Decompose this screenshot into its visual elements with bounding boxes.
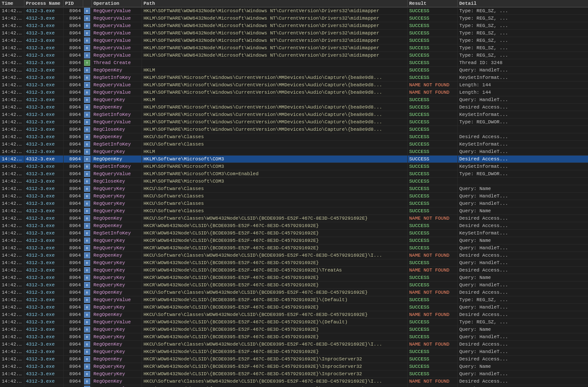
cell-time: 14:42... <box>0 104 24 111</box>
cell-process: 4312-3.exe <box>24 81 63 89</box>
table-row[interactable]: 14:42...4312-3.exe8964RRegSetInfoKeyHKLM… <box>0 74 588 81</box>
table-row[interactable]: 14:42...4312-3.exe8964RRegOpenKeyHKCU\So… <box>0 252 588 259</box>
cell-process: 4312-3.exe <box>24 156 63 163</box>
table-row[interactable]: 14:42...4312-3.exe8964RRegOpenKeyHKCU\So… <box>0 378 588 385</box>
table-row[interactable]: 14:42...4312-3.exe8964RRegOpenKeyHKCU\So… <box>0 341 588 348</box>
table-row[interactable]: 14:42...4312-3.exe8964RRegOpenKeyHKLMSUC… <box>0 67 588 74</box>
cell-time: 14:42... <box>0 193 24 200</box>
table-row[interactable]: 14:42...4312-3.exe8964RRegQueryKeyHKCR\W… <box>0 304 588 311</box>
cell-detail: Desired Access... <box>457 252 588 259</box>
table-row[interactable]: 14:42...4312-3.exe8964RRegQueryValueHKLM… <box>0 7 588 15</box>
col-header-detail[interactable]: Detail <box>457 0 588 7</box>
cell-time: 14:42... <box>0 296 24 304</box>
table-row[interactable]: 14:42...4312-3.exe8964RRegQueryKeyHKCR\W… <box>0 267 588 274</box>
table-row[interactable]: 14:42...4312-3.exe8964RRegSetInfoKeyHKCU… <box>0 141 588 148</box>
table-wrapper[interactable]: Time Process Name PID Operation Path Res… <box>0 0 588 387</box>
cell-pid: 8964 <box>63 356 83 363</box>
cell-time: 14:42... <box>0 67 24 74</box>
table-row[interactable]: 14:42...4312-3.exe8964RRegSetInfoKeyHKCR… <box>0 230 588 237</box>
cell-pid: 8964 <box>63 289 83 296</box>
table-row[interactable]: 14:42...4312-3.exe8964RRegQueryKeyHKCU\S… <box>0 200 588 207</box>
table-row[interactable]: 14:42...4312-3.exe8964RRegQueryKeyHKCU\S… <box>0 185 588 193</box>
table-row[interactable]: 14:42...4312-3.exe8964RRegQueryKeyHKCR\W… <box>0 237 588 244</box>
registry-icon: R <box>84 341 90 347</box>
table-row[interactable]: 14:42...4312-3.exe8964RRegOpenKeyHKCU\So… <box>0 311 588 319</box>
table-row[interactable]: 14:42...4312-3.exe8964RRegQueryValueHKLM… <box>0 81 588 89</box>
table-row[interactable]: 14:42...4312-3.exe8964RRegQueryValueHKCR… <box>0 319 588 326</box>
cell-operation: RegQueryKey <box>91 304 142 311</box>
table-row[interactable]: 14:42...4312-3.exe8964RRegQueryKeyHKCR\W… <box>0 348 588 356</box>
table-row[interactable]: 14:42...4312-3.exe8964RRegQueryKeyHKCU\S… <box>0 207 588 215</box>
col-header-pid[interactable]: PID <box>63 0 83 7</box>
table-row[interactable]: 14:42...4312-3.exe8964RRegCloseKeyHKLM\S… <box>0 178 588 185</box>
cell-detail: Desired Access... <box>457 311 588 319</box>
table-row[interactable]: 14:42...4312-3.exe8964RRegSetInfoKeyHKLM… <box>0 111 588 119</box>
table-row[interactable]: 14:42...4312-3.exe8964RRegOpenKeyHKCU\So… <box>0 215 588 222</box>
table-row[interactable]: 14:42...4312-3.exe8964RRegQueryKeyHKCR\W… <box>0 259 588 267</box>
cell-icon: R <box>83 141 91 148</box>
table-row[interactable]: 14:42...4312-3.exe8964RRegQueryKeyHKLMSU… <box>0 148 588 156</box>
cell-detail: KeySetInformat... <box>457 111 588 119</box>
cell-time: 14:42... <box>0 237 24 244</box>
registry-icon: R <box>84 186 90 192</box>
table-row[interactable]: 14:42...4312-3.exe8964RRegQueryValueHKLM… <box>0 89 588 96</box>
table-row[interactable]: 14:42...4312-3.exe8964RRegQueryValueHKLM… <box>0 52 588 59</box>
cell-pid: 8964 <box>63 207 83 215</box>
cell-path: HKCU\Software\Classes <box>142 141 407 148</box>
table-row[interactable]: 14:42...4312-3.exe8964RRegOpenKeyHKCR\WO… <box>0 356 588 363</box>
table-row[interactable]: 14:42...4312-3.exe8964RRegQueryKeyHKCR\W… <box>0 363 588 370</box>
cell-icon: R <box>83 319 91 326</box>
table-row[interactable]: 14:42...4312-3.exe8964RRegQueryValueHKLM… <box>0 119 588 126</box>
col-header-process[interactable]: Process Name <box>24 0 63 7</box>
table-row[interactable]: 14:42...4312-3.exe8964RRegQueryValueHKLM… <box>0 170 588 178</box>
cell-result: NAME NOT FOUND <box>407 215 457 222</box>
table-row[interactable]: 14:42...4312-3.exe8964RRegQueryValueHKLM… <box>0 30 588 37</box>
table-row[interactable]: 14:42...4312-3.exe8964RRegCloseKeyHKLM\S… <box>0 126 588 133</box>
table-row[interactable]: 14:42...4312-3.exe8964RRegQueryKeyHKCR\W… <box>0 370 588 378</box>
cell-operation: RegSetInfoKey <box>91 111 142 119</box>
cell-detail: Query: HandleT... <box>457 148 588 156</box>
cell-pid: 8964 <box>63 348 83 356</box>
table-row[interactable]: 14:42...4312-3.exe8964RRegQueryKeyHKCU\S… <box>0 193 588 200</box>
table-row[interactable]: 14:42...4312-3.exe8964RRegQueryKeyHKCR\W… <box>0 282 588 289</box>
cell-result: SUCCESS <box>407 237 457 244</box>
table-row[interactable]: 14:42...4312-3.exe8964RRegQueryValueHKLM… <box>0 44 588 52</box>
registry-icon: R <box>84 252 90 258</box>
col-header-result[interactable]: Result <box>407 0 457 7</box>
table-row[interactable]: 14:42...4312-3.exe8964RRegOpenKeyHKLM\So… <box>0 156 588 163</box>
table-row[interactable]: 14:42...4312-3.exe8964RRegQueryValueHKLM… <box>0 15 588 22</box>
table-row[interactable]: 14:42...4312-3.exe8964RRegQueryKeyHKCR\W… <box>0 326 588 333</box>
cell-pid: 8964 <box>63 96 83 104</box>
cell-path: HKCR\WOW6432Node\CLSID\{BCDE0395-E52F-46… <box>142 363 407 370</box>
table-row[interactable]: 14:42...4312-3.exe8964RRegQueryValueHKCR… <box>0 385 588 387</box>
table-row[interactable]: 14:42...4312-3.exe8964RRegQueryValueHKCR… <box>0 296 588 304</box>
cell-icon: R <box>83 89 91 96</box>
cell-path: HKLM <box>142 96 407 104</box>
table-row[interactable]: 14:42...4312-3.exe8964RRegQueryKeyHKCR\W… <box>0 333 588 341</box>
col-header-path[interactable]: Path <box>142 0 407 7</box>
main-container: Time Process Name PID Operation Path Res… <box>0 0 588 387</box>
cell-pid: 8964 <box>63 282 83 289</box>
cell-path: HKCR\WOW6432Node\CLSID\{BCDE0395-E52F-46… <box>142 244 407 252</box>
col-header-operation[interactable]: Operation <box>91 0 142 7</box>
col-header-time[interactable]: Time <box>0 0 24 7</box>
table-row[interactable]: 14:42...4312-3.exe8964RRegOpenKeyHKCU\So… <box>0 289 588 296</box>
cell-process: 4312-3.exe <box>24 282 63 289</box>
table-row[interactable]: 14:42...4312-3.exe8964RRegOpenKeyHKLM\SO… <box>0 104 588 111</box>
table-row[interactable]: 14:42...4312-3.exe8964RRegOpenKeyHKCR\WO… <box>0 222 588 230</box>
cell-detail: Query: HandleT... <box>457 304 588 311</box>
table-row[interactable]: 14:42...4312-3.exe8964RRegQueryKeyHKLMSU… <box>0 96 588 104</box>
table-row[interactable]: 14:42...4312-3.exe8964RRegSetInfoKeyHKLM… <box>0 163 588 170</box>
table-row[interactable]: 14:42...4312-3.exe8964RRegQueryKeyHKCR\W… <box>0 274 588 282</box>
cell-detail: Query: HandleT... <box>457 200 588 207</box>
cell-detail <box>457 178 588 185</box>
cell-time: 14:42... <box>0 37 24 44</box>
cell-pid: 8964 <box>63 67 83 74</box>
table-row[interactable]: 14:42...4312-3.exe8964RRegQueryValueHKLM… <box>0 22 588 30</box>
table-row[interactable]: 14:42...4312-3.exe8964RRegQueryValueHKLM… <box>0 37 588 44</box>
table-row[interactable]: 14:42...4312-3.exe8964TThread CreateSUCC… <box>0 59 588 67</box>
cell-pid: 8964 <box>63 22 83 30</box>
table-row[interactable]: 14:42...4312-3.exe8964RRegQueryKeyHKCR\W… <box>0 244 588 252</box>
registry-icon: R <box>84 245 90 251</box>
table-row[interactable]: 14:42...4312-3.exe8964RRegOpenKeyHKCU\So… <box>0 133 588 141</box>
